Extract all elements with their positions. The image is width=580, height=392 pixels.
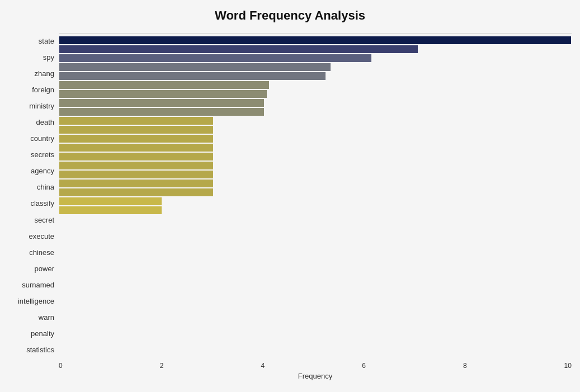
y-label: intelligence [18,297,54,305]
chart-container: Word Frequency Analysis statespyzhangfor… [0,0,580,392]
bar-row [59,63,571,72]
bar [59,54,371,62]
bar [59,144,213,152]
bar [59,153,213,160]
bar-row [59,188,571,197]
y-label: ministry [29,102,54,110]
y-label: secrets [31,151,54,158]
bar-row [59,107,571,116]
y-axis: statespyzhangforeignministrydeathcountry… [8,33,59,358]
bars-container [59,34,571,38]
y-label: zhang [35,70,54,77]
bar [59,45,418,53]
bar [59,99,264,107]
plot-area [59,33,572,34]
bar-row [59,161,571,170]
bar-row [59,81,571,89]
y-label: state [39,37,54,45]
bar-row [59,206,571,215]
bar-row [59,36,571,45]
bar [59,72,326,80]
y-label: classify [30,200,54,207]
y-label: chinese [29,249,54,256]
bar [59,188,213,196]
bar-row [59,116,571,125]
bar-row [59,45,571,54]
y-label: statistics [26,346,54,353]
y-label: death [36,119,54,126]
y-label: warn [39,314,54,321]
x-tick: 2 [160,362,164,370]
bar [59,171,213,178]
y-label: foreign [32,86,54,93]
y-label: penalty [31,330,54,337]
bar-row [59,179,571,188]
y-label: agency [31,167,54,174]
bar [59,90,267,98]
bar-row [59,197,571,206]
bar-row [59,54,571,63]
x-tick: 8 [463,362,467,370]
bar [59,81,269,89]
bar [59,180,213,187]
bar-row [59,98,571,107]
bar [59,197,162,205]
bar [59,206,162,214]
x-axis: 0246810 Frequency [59,360,572,380]
bar [59,135,213,143]
x-tick: 4 [261,362,265,370]
bar-row [59,143,571,152]
bar-row [59,125,571,134]
bar [59,162,213,169]
bar-row [59,152,571,161]
bar [59,108,264,116]
y-label: secret [35,216,54,224]
y-label: power [35,265,54,272]
y-label: spy [43,54,54,61]
bar [59,117,213,125]
y-label: china [37,183,54,191]
bar-row [59,170,571,179]
x-ticks: 0246810 [59,360,572,371]
y-label: surnamed [22,281,54,289]
x-tick: 0 [59,362,63,370]
x-tick: 10 [564,362,572,370]
y-label: execute [29,233,54,240]
bar-row [59,89,571,98]
x-axis-label: Frequency [298,372,332,380]
bar-row [59,134,571,143]
y-label: country [30,135,54,142]
x-tick: 6 [362,362,366,370]
chart-title: Word Frequency Analysis [8,8,572,23]
bar-row [59,72,571,81]
bar [59,63,331,71]
bar [59,36,571,44]
bar [59,126,213,134]
